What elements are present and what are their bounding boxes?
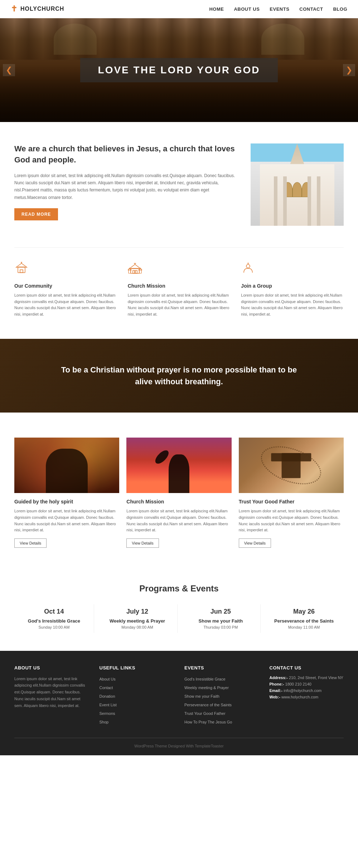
about-church-image (251, 143, 344, 226)
feature-mission-body: Lorem ipsum dolor sit amet, test link ad… (128, 292, 231, 317)
program-3-date: Jun 25 (185, 608, 257, 615)
main-nav: HOME ABOUT US EVENTS CONTACT BLOG (209, 6, 347, 12)
svg-rect-5 (131, 268, 139, 273)
header: ✝ HOLYCHURCH HOME ABOUT US EVENTS CONTAC… (0, 0, 358, 18)
feature-community: Our Community Lorem ipsum dolor sit amet… (14, 262, 117, 317)
about-body: Lorem ipsum dolor sit amet, test link ad… (14, 172, 236, 201)
footer-email-value: info@holychurch.com (284, 688, 321, 693)
feature-mission: Church Mission Lorem ipsum dolor sit ame… (128, 262, 231, 317)
nav-blog[interactable]: BLOG (333, 6, 347, 12)
footer-links-list: About Us Contact Donation Event List Ser… (100, 676, 174, 725)
quote-text: To be a Christian without prayer is no m… (54, 364, 304, 387)
footer-link-events: Event List (100, 701, 174, 708)
card-3-title: Trust Your Good Father (239, 499, 344, 504)
card-trust-father: Trust Your Good Father Lorem ipsum dolor… (239, 438, 344, 547)
read-more-button[interactable]: READ MORE (14, 208, 58, 220)
child-silhouette (46, 449, 88, 493)
footer-event-6-anchor[interactable]: How To Pray The Jesus Go (184, 720, 232, 724)
footer-events-col: Events God's Irresistible Grace Weekly m… (184, 665, 259, 727)
feature-community-title: Our Community (14, 283, 117, 289)
svg-rect-7 (133, 270, 135, 273)
footer-link-events-anchor[interactable]: Event List (100, 703, 117, 707)
card-2-details-button[interactable]: View Details (126, 538, 159, 548)
footer-about-title: About Us (14, 665, 89, 670)
footer-event-3-anchor[interactable]: Show me your Faith (184, 694, 219, 698)
nav-events[interactable]: EVENTS (270, 6, 289, 12)
footer-event-2-anchor[interactable]: Weekly meeting & Prayer (184, 686, 229, 690)
footer-phone: Phone:- 1800 210 2140 (270, 682, 344, 686)
community-icon (14, 262, 117, 279)
footer-event-1-anchor[interactable]: God's Irresistible Grace (184, 677, 226, 681)
footer-event-1: God's Irresistible Grace (184, 676, 259, 682)
group-icon (241, 262, 344, 279)
card-3-details-button[interactable]: View Details (239, 538, 271, 548)
footer-web-label: Web:- (270, 695, 280, 699)
svg-point-15 (246, 264, 250, 268)
footer-event-2: Weekly meeting & Prayer (184, 684, 259, 691)
feature-community-body: Lorem ipsum dolor sit amet, test link ad… (14, 292, 117, 317)
col4 (308, 176, 311, 226)
footer-copyright: WordPress Theme Designed With TemplateTo… (14, 738, 344, 748)
copyright-text: WordPress Theme Designed With TemplateTo… (134, 744, 223, 748)
col1 (274, 176, 277, 226)
program-item-2: July 12 Weekly meeting & Prayer Monday 0… (98, 604, 178, 633)
footer-event-4-anchor[interactable]: Perseverance of the Saints (184, 703, 232, 707)
logo[interactable]: ✝ HOLYCHURCH (11, 4, 64, 14)
card-1-body: Lorem ipsum dolor sit amet, test link ad… (14, 508, 119, 533)
quote-section: To be a Christian without prayer is no m… (0, 339, 358, 413)
footer-event-6: How To Pray The Jesus Go (184, 718, 259, 725)
program-item-4: May 26 Perseverance of the Saints Monday… (264, 604, 344, 633)
footer-event-3: Show me your Faith (184, 693, 259, 699)
footer-phone-label: Phone:- (270, 682, 284, 686)
footer-email-label: Email:- (270, 688, 283, 693)
footer-contact-title: Contact Us (270, 665, 344, 670)
card-2-title: Church Mission (126, 499, 231, 504)
footer-phone-value: 1800 210 2140 (285, 682, 311, 686)
program-item-1: Oct 14 God's Irresistible Grace Sunday 1… (14, 604, 94, 633)
footer-link-about: About Us (100, 676, 174, 682)
footer-links-title: Useful Links (100, 665, 174, 670)
program-1-title: God's Irresistible Grace (18, 618, 90, 624)
card-2-body: Lorem ipsum dolor sit amet, test link ad… (126, 508, 231, 533)
hero-next-arrow[interactable]: ❯ (343, 64, 355, 76)
footer-link-about-anchor[interactable]: About Us (100, 677, 116, 681)
card-1-details-button[interactable]: View Details (14, 538, 47, 548)
footer-address: Address:- 210, 2nd Street, Front View NY (270, 676, 344, 680)
nav-home[interactable]: HOME (209, 6, 224, 12)
footer-address-value: 210, 2nd Street, Front View NY (289, 676, 343, 680)
footer-events-list: God's Irresistible Grace Weekly meeting … (184, 676, 259, 725)
footer-link-sermons-anchor[interactable]: Sermons (100, 711, 115, 716)
about-heading: We are a church that believes in Jesus, … (14, 143, 236, 166)
footer-link-shop-anchor[interactable]: Shop (100, 720, 109, 724)
footer-event-4: Perseverance of the Saints (184, 701, 259, 708)
about-image (251, 143, 344, 226)
card-img-2 (126, 438, 231, 493)
card-3-body: Lorem ipsum dolor sit amet, test link ad… (239, 508, 344, 533)
card-church-mission: Church Mission Lorem ipsum dolor sit ame… (126, 438, 231, 547)
col3 (317, 176, 320, 226)
nav-about[interactable]: ABOUT US (234, 6, 260, 12)
church-window-c (292, 182, 302, 197)
program-4-time: Monday 11:00 AM (268, 625, 340, 629)
program-1-time: Sunday 10:00 AM (18, 625, 90, 629)
footer-links-col: Useful Links About Us Contact Donation E… (100, 665, 174, 727)
nav-contact[interactable]: CONTACT (299, 6, 323, 12)
card-img-1 (14, 438, 119, 493)
footer-event-5-anchor[interactable]: Trust Your Good Father (184, 711, 226, 716)
footer-link-contact-anchor[interactable]: Contact (100, 686, 113, 690)
about-section: We are a church that believes in Jesus, … (0, 122, 358, 247)
hero-prev-arrow[interactable]: ❮ (3, 64, 15, 76)
footer-event-5: Trust Your Good Father (184, 710, 259, 716)
footer-link-donation-anchor[interactable]: Donation (100, 694, 115, 698)
footer-link-shop: Shop (100, 718, 174, 725)
person-silhouette (169, 454, 190, 493)
programs-title: Programs & Events (14, 584, 344, 594)
programs-section: Programs & Events Oct 14 God's Irresisti… (0, 566, 358, 651)
svg-rect-8 (135, 270, 137, 273)
hero-arrows: ❮ ❯ (0, 64, 358, 76)
church-spire (290, 143, 304, 164)
footer-about-body: Lorem ipsum dolor sit amet, test link ad… (14, 676, 89, 709)
program-2-title: Weekly meeting & Prayer (101, 618, 174, 624)
program-3-title: Show me your Faith (185, 618, 257, 624)
program-item-3: Jun 25 Show me your Faith Thursday 03:00… (181, 604, 261, 633)
